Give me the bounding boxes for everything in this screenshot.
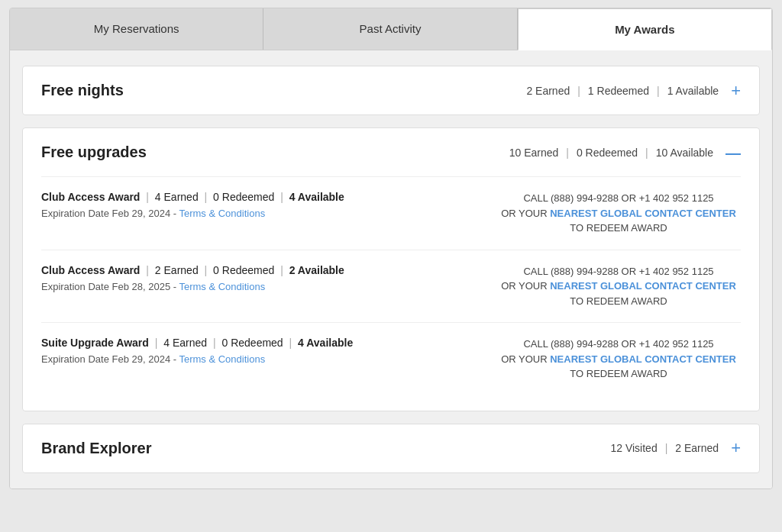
award-item-1-contact-link[interactable]: NEAREST GLOBAL CONTACT CENTER <box>550 208 736 219</box>
divider-3: | <box>566 147 569 159</box>
award-item-1-redeem: CALL (888) 994-9288 OR +1 402 952 1125 O… <box>496 191 741 236</box>
tab-reservations[interactable]: My Reservations <box>10 8 263 50</box>
section-brand-explorer: Brand Explorer 12 Visited | 2 Earned + <box>22 424 760 473</box>
free-nights-toggle[interactable]: + <box>731 82 741 99</box>
section-free-nights: Free nights 2 Earned | 1 Redeemed | 1 Av… <box>22 66 760 115</box>
section-free-nights-title: Free nights <box>41 82 124 99</box>
tab-reservations-label: My Reservations <box>94 22 179 35</box>
award-item-1-left: Club Access Award | 4 Earned | 0 Redeeme… <box>41 191 496 219</box>
award-item-2: Club Access Award | 2 Earned | 0 Redeeme… <box>41 250 741 323</box>
award-item-3-name: Suite Upgrade Award | 4 Earned | 0 Redee… <box>41 337 481 349</box>
free-upgrades-earned: 10 Earned <box>509 147 559 159</box>
award-item-2-contact-link[interactable]: NEAREST GLOBAL CONTACT CENTER <box>550 280 736 292</box>
award-item-1: Club Access Award | 4 Earned | 0 Redeeme… <box>41 176 741 250</box>
award-item-2-terms[interactable]: Terms & Conditions <box>179 281 265 292</box>
section-free-upgrades: Free upgrades 10 Earned | 0 Redeemed | 1… <box>22 127 760 411</box>
award-item-3-expiry: Expiration Date Feb 29, 2024 - Terms & C… <box>41 353 481 365</box>
award-item-2-expiry: Expiration Date Feb 28, 2025 - Terms & C… <box>41 281 481 292</box>
award-items-list: Club Access Award | 4 Earned | 0 Redeeme… <box>41 176 741 395</box>
divider-2: | <box>657 85 660 97</box>
brand-explorer-toggle[interactable]: + <box>731 440 741 456</box>
divider-5: | <box>665 442 668 454</box>
free-nights-earned: 2 Earned <box>526 85 570 97</box>
divider-1: | <box>577 85 580 97</box>
tab-past-activity-label: Past Activity <box>360 22 422 35</box>
award-item-2-left: Club Access Award | 2 Earned | 0 Redeeme… <box>41 264 496 292</box>
award-item-2-name: Club Access Award | 2 Earned | 0 Redeeme… <box>41 264 481 276</box>
section-brand-explorer-stats: 12 Visited | 2 Earned + <box>610 440 741 456</box>
award-item-1-terms[interactable]: Terms & Conditions <box>179 208 265 219</box>
free-upgrades-toggle[interactable]: — <box>725 145 741 160</box>
tabs-bar: My Reservations Past Activity My Awards <box>10 8 772 50</box>
award-item-1-expiry: Expiration Date Feb 29, 2024 - Terms & C… <box>41 208 481 219</box>
free-upgrades-available: 10 Available <box>656 147 713 159</box>
section-free-upgrades-title: Free upgrades <box>41 143 147 161</box>
free-upgrades-redeemed: 0 Redeemed <box>577 147 638 159</box>
divider-4: | <box>645 147 648 159</box>
tab-my-awards[interactable]: My Awards <box>518 8 772 50</box>
award-item-1-name: Club Access Award | 4 Earned | 0 Redeeme… <box>41 191 481 203</box>
award-item-3-contact-link[interactable]: NEAREST GLOBAL CONTACT CENTER <box>550 353 736 365</box>
section-brand-explorer-header: Brand Explorer 12 Visited | 2 Earned + <box>41 440 741 457</box>
main-container: My Reservations Past Activity My Awards … <box>9 8 773 489</box>
tab-past-activity[interactable]: Past Activity <box>263 8 517 50</box>
section-free-upgrades-stats: 10 Earned | 0 Redeemed | 10 Available — <box>509 145 741 160</box>
section-free-upgrades-header: Free upgrades 10 Earned | 0 Redeemed | 1… <box>41 143 741 161</box>
section-free-nights-header: Free nights 2 Earned | 1 Redeemed | 1 Av… <box>41 82 741 99</box>
brand-explorer-visited: 12 Visited <box>610 442 657 454</box>
section-brand-explorer-title: Brand Explorer <box>41 440 151 457</box>
award-item-3-left: Suite Upgrade Award | 4 Earned | 0 Redee… <box>41 337 496 365</box>
brand-explorer-earned: 2 Earned <box>675 442 719 454</box>
content-area: Free nights 2 Earned | 1 Redeemed | 1 Av… <box>10 50 772 488</box>
free-nights-redeemed: 1 Redeemed <box>588 85 649 97</box>
free-nights-available: 1 Available <box>667 85 719 97</box>
tab-my-awards-label: My Awards <box>615 23 674 36</box>
award-item-3-terms[interactable]: Terms & Conditions <box>179 353 265 365</box>
award-item-2-redeem: CALL (888) 994-9288 OR +1 402 952 1125 O… <box>496 264 741 309</box>
award-item-3-redeem: CALL (888) 994-9288 OR +1 402 952 1125 O… <box>496 337 741 382</box>
award-item-3: Suite Upgrade Award | 4 Earned | 0 Redee… <box>41 322 741 395</box>
section-free-nights-stats: 2 Earned | 1 Redeemed | 1 Available + <box>526 82 741 99</box>
